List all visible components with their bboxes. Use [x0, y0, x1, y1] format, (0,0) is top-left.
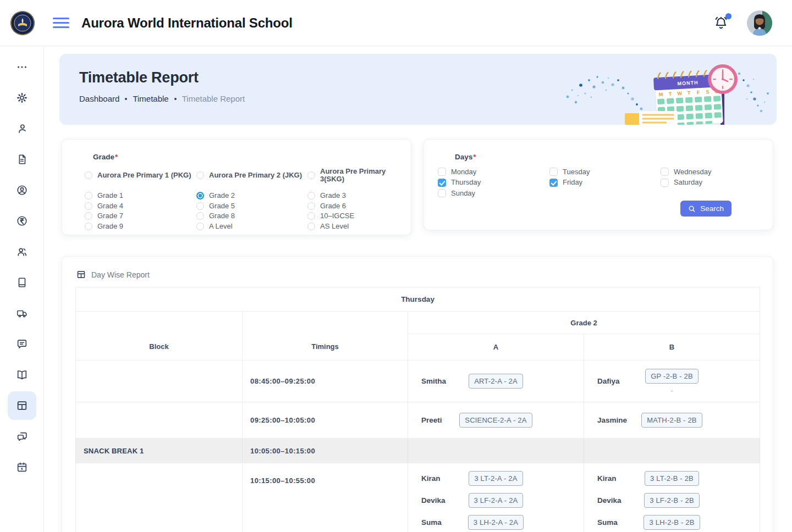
chat-lines-icon — [16, 338, 28, 350]
slot-a: Kiran 3 LT-2-A - 2A Devika 3 LF-2-A - 2A… — [408, 463, 584, 532]
subject-chip: 3 LF-2-A - 2A — [469, 493, 524, 508]
radio-icon[interactable] — [196, 202, 204, 210]
svg-text:S: S — [706, 89, 710, 95]
menu-toggle-icon[interactable] — [53, 15, 69, 31]
bus-icon — [16, 307, 28, 319]
rupee-circle-icon — [16, 215, 28, 227]
table-row: 09:25:00–10:05:00 Preeti SCIENCE-2-A - 2… — [76, 402, 760, 439]
sidebar-item-user[interactable] — [8, 114, 36, 143]
breadcrumb-dashboard[interactable]: Dashboard — [79, 94, 119, 103]
grade-option-6[interactable]: Grade 6 — [307, 202, 411, 210]
sidebar-item-discussions[interactable] — [8, 422, 36, 451]
calendar-icon — [16, 461, 28, 473]
day-wise-report-card: Day Wise Report Thursday Block Timings G… — [62, 256, 773, 532]
sidebar-item-courses[interactable] — [8, 268, 36, 297]
user-avatar[interactable] — [747, 10, 772, 36]
grade-option-pkg[interactable]: Aurora Pre Primary 1 (PKG) — [85, 168, 196, 183]
day-option-sunday[interactable]: Sunday — [438, 189, 549, 197]
sidebar-item-timetable[interactable] — [8, 391, 36, 420]
teacher-name: Jasmine — [597, 416, 627, 424]
grade-option-2-selected[interactable]: Grade 2 — [196, 192, 307, 199]
slot-a: Smitha ART-2-A - 2A — [408, 361, 584, 402]
checkbox-checked-icon[interactable] — [438, 179, 446, 187]
checkbox-icon[interactable] — [438, 189, 446, 197]
sidebar-item-calendar[interactable] — [8, 453, 36, 481]
radio-icon[interactable] — [85, 223, 92, 230]
checkbox-icon[interactable] — [549, 168, 558, 176]
sidebar-item-staff[interactable] — [8, 237, 36, 266]
breadcrumb-timetable[interactable]: Timetable — [133, 94, 168, 103]
sidebar-item-documents[interactable] — [8, 145, 36, 174]
day-option-thursday-checked[interactable]: Thursday — [438, 179, 549, 187]
search-button[interactable]: Search — [680, 201, 732, 217]
radio-icon[interactable] — [85, 171, 92, 179]
teacher-name: Smitha — [421, 377, 446, 385]
teacher-name: Dafiya — [597, 377, 620, 385]
checkbox-icon[interactable] — [661, 168, 669, 176]
subject-chip: 3 LT-2-B - 2B — [645, 471, 699, 486]
grade-option-as-level[interactable]: AS Level — [307, 223, 411, 230]
sidebar-item-settings[interactable] — [8, 84, 36, 112]
day-option-friday-checked[interactable]: Friday — [549, 179, 661, 187]
checkbox-icon[interactable] — [438, 168, 446, 176]
checkbox-icon[interactable] — [661, 179, 669, 187]
radio-icon[interactable] — [196, 171, 204, 179]
grade-option-skg[interactable]: Aurora Pre Primary 3(SKG) — [307, 168, 411, 183]
table-icon — [76, 270, 86, 279]
radio-icon[interactable] — [307, 171, 315, 179]
radio-icon[interactable] — [307, 202, 315, 210]
notification-bell-icon[interactable] — [713, 15, 729, 31]
timing-cell: 08:45:00–09:25:00 — [243, 361, 408, 402]
slot-a: Preeti SCIENCE-2-A - 2A — [408, 402, 584, 439]
radio-icon[interactable] — [307, 212, 315, 220]
teacher-name: Suma — [597, 518, 618, 527]
grade-option-8[interactable]: Grade 8 — [196, 212, 307, 220]
open-book-icon — [16, 369, 28, 381]
radio-icon[interactable] — [307, 192, 315, 199]
section-header-a: A — [408, 334, 584, 361]
sidebar-item-more[interactable] — [8, 53, 36, 81]
radio-selected-icon[interactable] — [196, 192, 204, 199]
grade-option-jkg[interactable]: Aurora Pre Primary 2 (JKG) — [196, 168, 307, 183]
checkbox-checked-icon[interactable] — [549, 179, 558, 187]
required-asterisk: * — [473, 153, 476, 161]
sidebar-item-library[interactable] — [8, 361, 36, 389]
page-banner: Timetable Report Dashboard Timetable Tim… — [59, 54, 777, 125]
sidebar-item-transport[interactable] — [8, 299, 36, 328]
grade-option-3[interactable]: Grade 3 — [307, 192, 411, 199]
radio-icon[interactable] — [196, 212, 204, 220]
teacher-name: Kiran — [421, 474, 441, 483]
day-option-wednesday[interactable]: Wednesday — [661, 168, 773, 176]
gear-icon — [16, 92, 28, 104]
grade-option-5[interactable]: Grade 5 — [196, 202, 307, 210]
radio-icon[interactable] — [85, 192, 92, 199]
subject-chip: 3 LH-2-B - 2B — [644, 515, 700, 530]
day-option-monday[interactable]: Monday — [438, 168, 549, 176]
notebook-icon — [16, 276, 28, 289]
notification-dot — [725, 13, 732, 19]
radio-icon[interactable] — [85, 212, 92, 220]
radio-icon[interactable] — [85, 202, 92, 210]
grade-option-10-igcse[interactable]: 10–IGCSE — [307, 212, 411, 220]
grade-option-4[interactable]: Grade 4 — [85, 202, 196, 210]
sidebar-item-profile[interactable] — [8, 176, 36, 204]
timetable-grid-icon — [16, 400, 28, 412]
grade-option-7[interactable]: Grade 7 — [85, 212, 196, 220]
top-header: Aurora World International School — [0, 0, 792, 46]
subject-chip: ART-2-A - 2A — [469, 374, 523, 389]
radio-icon[interactable] — [307, 223, 315, 230]
school-logo[interactable] — [10, 10, 35, 36]
grade-option-a-level[interactable]: A Level — [196, 223, 307, 230]
ellipsis-icon — [16, 61, 28, 73]
day-option-tuesday[interactable]: Tuesday — [549, 168, 661, 176]
svg-text:W: W — [677, 91, 683, 96]
breadcrumb: Dashboard Timetable Timetable Report — [79, 94, 245, 103]
svg-text:T: T — [688, 90, 691, 96]
grade-option-1[interactable]: Grade 1 — [85, 192, 196, 199]
sidebar-item-fees[interactable] — [8, 207, 36, 235]
day-option-saturday[interactable]: Saturday — [661, 179, 773, 187]
grade-option-9[interactable]: Grade 9 — [85, 223, 196, 230]
subject-chip: 3 LH-2-A - 2A — [468, 515, 524, 530]
sidebar-item-messages[interactable] — [8, 330, 36, 358]
radio-icon[interactable] — [196, 223, 204, 230]
